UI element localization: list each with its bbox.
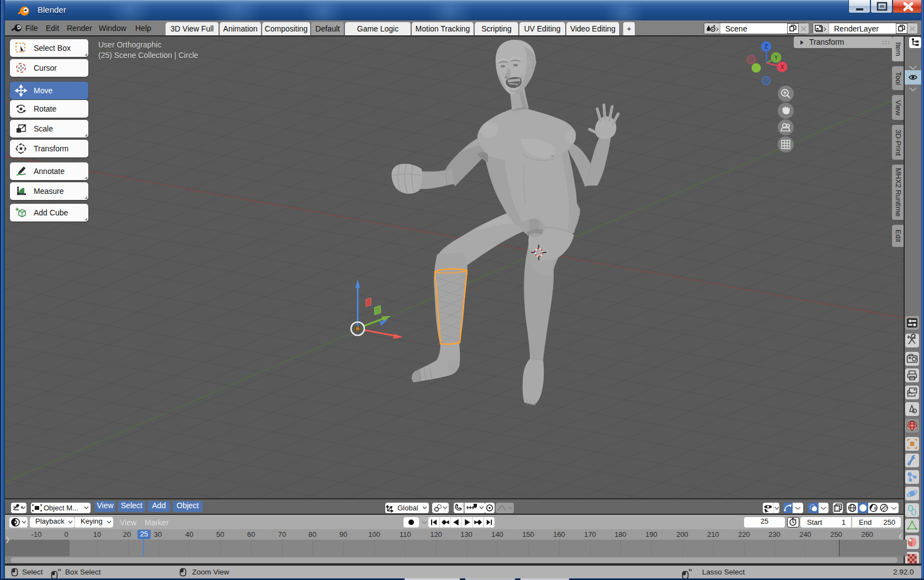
svg-text:Z: Z: [764, 44, 768, 50]
svg-text:X: X: [780, 64, 784, 70]
svg-text:Y: Y: [774, 55, 778, 61]
